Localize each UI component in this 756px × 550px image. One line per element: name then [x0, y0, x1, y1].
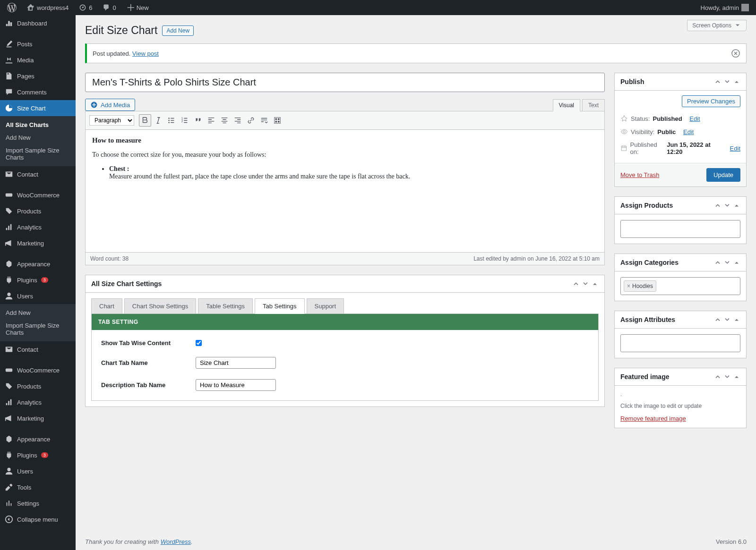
menu-products[interactable]: Products	[0, 203, 76, 219]
add-media-button[interactable]: Add Media	[85, 99, 135, 111]
bold-button[interactable]	[139, 114, 151, 127]
down-icon[interactable]	[723, 259, 731, 266]
menu-dashboard[interactable]: Dashboard	[0, 15, 76, 31]
menu-plugins-2[interactable]: Plugins3	[0, 447, 76, 463]
menu-analytics-2[interactable]: Analytics	[0, 394, 76, 410]
toolbar-toggle-button[interactable]	[271, 114, 284, 127]
submenu-all-charts[interactable]: All Size Charts	[0, 118, 76, 131]
svg-rect-16	[278, 121, 280, 123]
tab-support[interactable]: Support	[307, 298, 344, 313]
menu-contact[interactable]: Contact	[0, 166, 76, 182]
assign-categories-postbox: Assign Categories × Hoodies	[614, 254, 747, 301]
edit-status-link[interactable]: Edit	[689, 115, 700, 122]
ol-button[interactable]: 12	[179, 114, 191, 127]
update-button[interactable]: Update	[706, 168, 740, 182]
menu-users[interactable]: Users	[0, 288, 76, 304]
menu-comments[interactable]: Comments	[0, 84, 76, 100]
preview-button[interactable]: Preview Changes	[682, 95, 740, 107]
menu-contact-2[interactable]: Contact	[0, 341, 76, 357]
align-left-button[interactable]	[205, 114, 217, 127]
desc-tab-input[interactable]	[196, 379, 276, 391]
submenu2-add-new[interactable]: Add New	[0, 306, 76, 319]
tab-chart[interactable]: Chart	[91, 298, 122, 313]
menu-users-2[interactable]: Users	[0, 463, 76, 479]
remove-featured-link[interactable]: Remove featured image	[620, 415, 686, 422]
toggle-icon[interactable]	[591, 280, 599, 288]
submenu2-import[interactable]: Import Sample Size Charts	[0, 319, 76, 339]
down-icon[interactable]	[723, 373, 731, 381]
up-icon[interactable]	[714, 373, 722, 381]
edit-visibility-link[interactable]: Edit	[683, 128, 694, 135]
up-icon[interactable]	[714, 316, 722, 323]
toggle-icon[interactable]	[733, 373, 740, 381]
menu-posts[interactable]: Posts	[0, 36, 76, 52]
up-icon[interactable]	[714, 78, 722, 85]
tab-tab-settings[interactable]: Tab Settings	[255, 298, 305, 314]
wordpress-link[interactable]: WordPress	[161, 538, 191, 545]
view-post-link[interactable]: View post	[132, 50, 159, 57]
menu-media[interactable]: Media	[0, 52, 76, 68]
screen-options-button[interactable]: Screen Options	[687, 20, 747, 31]
menu-appearance[interactable]: Appearance	[0, 256, 76, 272]
quote-button[interactable]	[192, 114, 204, 127]
menu-woocommerce[interactable]: WooCommerce	[0, 187, 76, 203]
ul-button[interactable]	[165, 114, 178, 127]
down-icon[interactable]	[723, 202, 731, 209]
attributes-input[interactable]	[620, 334, 740, 352]
categories-input[interactable]: × Hoodies	[620, 277, 740, 295]
menu-appearance-2[interactable]: Appearance	[0, 431, 76, 447]
toggle-icon[interactable]	[733, 259, 740, 266]
show-tab-checkbox[interactable]	[196, 340, 202, 346]
dismiss-icon[interactable]	[731, 49, 740, 58]
howdy-link[interactable]: Howdy, admin	[697, 0, 752, 15]
up-icon[interactable]	[714, 202, 722, 209]
trash-link[interactable]: Move to Trash	[620, 171, 659, 178]
menu-collapse[interactable]: Collapse menu	[0, 511, 76, 527]
products-input[interactable]	[620, 220, 740, 238]
menu-products-2[interactable]: Products	[0, 378, 76, 394]
tab-table-settings[interactable]: Table Settings	[198, 298, 253, 313]
chart-tab-input[interactable]	[196, 357, 276, 369]
down-icon[interactable]	[723, 316, 731, 323]
add-new-button[interactable]: Add New	[162, 25, 194, 36]
tab-visual[interactable]: Visual	[553, 99, 580, 111]
align-right-button[interactable]	[232, 114, 244, 127]
updates-link[interactable]: 6	[76, 0, 95, 15]
italic-button[interactable]	[152, 114, 164, 127]
featured-image-thumb[interactable]: .	[620, 391, 740, 397]
toggle-icon[interactable]	[733, 316, 740, 323]
notice-text: Post updated.	[93, 50, 132, 57]
menu-marketing[interactable]: Marketing	[0, 235, 76, 251]
down-icon[interactable]	[723, 78, 731, 85]
menu-analytics[interactable]: Analytics	[0, 219, 76, 235]
tab-text[interactable]: Text	[582, 99, 605, 111]
up-icon[interactable]	[714, 259, 722, 266]
submenu-import[interactable]: Import Sample Size Charts	[0, 144, 76, 164]
more-button[interactable]	[258, 114, 270, 127]
menu-pages[interactable]: Pages	[0, 68, 76, 84]
link-button[interactable]	[245, 114, 257, 127]
menu-woocommerce-2[interactable]: WooCommerce	[0, 362, 76, 378]
new-link[interactable]: New	[123, 0, 152, 15]
format-select[interactable]: Paragraph	[89, 115, 134, 126]
toggle-icon[interactable]	[733, 202, 740, 209]
site-name-link[interactable]: wordpress4	[24, 0, 72, 15]
up-icon[interactable]	[572, 280, 580, 288]
menu-size-chart[interactable]: Size Chart	[0, 100, 76, 116]
down-icon[interactable]	[582, 280, 589, 288]
toggle-icon[interactable]	[733, 78, 740, 85]
menu-tools[interactable]: Tools	[0, 479, 76, 495]
align-center-button[interactable]	[218, 114, 231, 127]
editor-content[interactable]: How to measure To choose the correct siz…	[85, 130, 605, 253]
menu-settings[interactable]: Settings	[0, 495, 76, 511]
menu-plugins[interactable]: Plugins3	[0, 272, 76, 288]
visibility-icon	[620, 128, 628, 135]
menu-marketing-2[interactable]: Marketing	[0, 410, 76, 426]
wp-logo[interactable]	[4, 0, 20, 15]
edit-date-link[interactable]: Edit	[730, 145, 740, 152]
remove-tag-icon[interactable]: ×	[627, 283, 630, 289]
comments-link[interactable]: 0	[99, 0, 119, 15]
tab-chart-show[interactable]: Chart Show Settings	[124, 298, 197, 313]
submenu-add-new[interactable]: Add New	[0, 131, 76, 144]
post-title-input[interactable]	[85, 73, 605, 92]
